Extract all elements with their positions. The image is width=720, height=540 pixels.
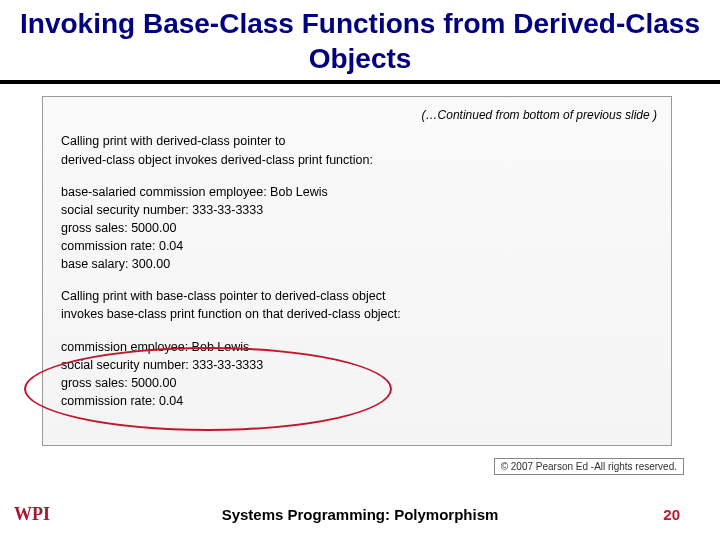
page-number: 20 xyxy=(663,506,680,523)
output-header-2: Calling print with base-class pointer to… xyxy=(61,287,657,323)
footer-course-title: Systems Programming: Polymorphism xyxy=(0,506,720,523)
continued-note: (…Continued from bottom of previous slid… xyxy=(61,107,657,124)
slide-title-region: Invoking Base-Class Functions from Deriv… xyxy=(0,0,720,84)
slide-title: Invoking Base-Class Functions from Deriv… xyxy=(0,0,720,76)
slide-footer: WPI Systems Programming: Polymorphism 20 xyxy=(0,502,720,528)
output-header-1: Calling print with derived-class pointer… xyxy=(61,132,657,168)
output-block-1: base-salaried commission employee: Bob L… xyxy=(61,183,657,274)
output-block-2: commission employee: Bob Lewis social se… xyxy=(61,338,657,411)
program-output-box: (…Continued from bottom of previous slid… xyxy=(42,96,672,446)
copyright-notice: © 2007 Pearson Ed -All rights reserved. xyxy=(494,458,684,475)
title-underline xyxy=(0,80,720,84)
